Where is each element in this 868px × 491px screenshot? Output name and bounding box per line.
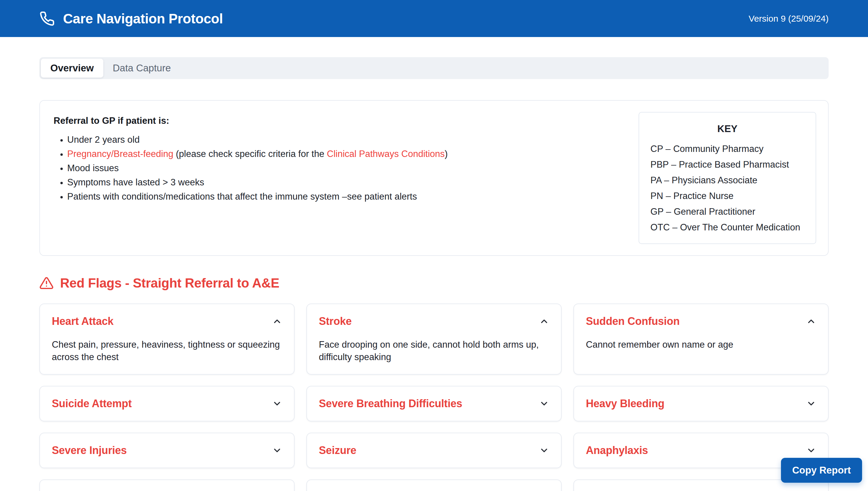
referral-item-text: ) bbox=[445, 149, 448, 159]
key-item: PA – Physicians Associate bbox=[650, 172, 804, 188]
referral-item-text: (please check specific criteria for the bbox=[173, 149, 327, 159]
red-flag-cards-grid: Heart AttackChest pain, pressure, heavin… bbox=[39, 304, 829, 491]
key-item: GP – General Practitioner bbox=[650, 204, 804, 220]
key-list: CP – Community PharmacyPBP – Practice Ba… bbox=[650, 141, 804, 235]
referral-item: Under 2 years old bbox=[67, 133, 448, 147]
key-title: KEY bbox=[650, 123, 804, 135]
referral-item: Mood issues bbox=[67, 161, 448, 175]
condition-title: Anaphylaxis bbox=[586, 444, 648, 457]
condition-card-severe-injuries: Severe Injuries bbox=[39, 433, 295, 468]
chevron-down-icon bbox=[272, 445, 282, 456]
condition-card-severe-breathing-difficulties: Severe Breathing Difficulties bbox=[306, 386, 562, 422]
condition-title: Stroke bbox=[319, 315, 352, 328]
version-label: Version 9 (25/09/24) bbox=[749, 13, 829, 24]
referral-item: Patients with conditions/medications tha… bbox=[67, 190, 448, 204]
condition-card-header-anaphylaxis[interactable]: Anaphylaxis bbox=[586, 444, 816, 457]
condition-card-header-severe-injuries[interactable]: Severe Injuries bbox=[52, 444, 282, 457]
condition-card-header-heart-attack[interactable]: Heart Attack bbox=[52, 315, 282, 328]
tab-data-capture[interactable]: Data Capture bbox=[103, 59, 180, 78]
key-box: KEY CP – Community PharmacyPBP – Practic… bbox=[638, 112, 816, 244]
referral-item: Pregnancy/Breast-feeding (please check s… bbox=[67, 147, 448, 161]
referral-item-text: Mood issues bbox=[67, 163, 119, 173]
copy-report-button[interactable]: Copy Report bbox=[781, 458, 862, 483]
referral-item-text: Patients with conditions/medications tha… bbox=[67, 191, 417, 202]
condition-card-sudden-confusion: Sudden ConfusionCannot remember own name… bbox=[573, 304, 829, 375]
condition-card-sepsis-in-baby-or-young-child: SEPSIS in Baby or Young Child bbox=[306, 480, 562, 491]
condition-card-stroke: StrokeFace drooping on one side, cannot … bbox=[306, 304, 562, 375]
condition-card-meningitis: Meningitis bbox=[39, 480, 295, 491]
condition-description: Face drooping on one side, cannot hold b… bbox=[319, 339, 549, 364]
condition-card-header-seizure[interactable]: Seizure bbox=[319, 444, 549, 457]
page-title: Care Navigation Protocol bbox=[63, 11, 223, 27]
condition-card-header-severe-breathing-difficulties[interactable]: Severe Breathing Difficulties bbox=[319, 397, 549, 410]
tab-bar: OverviewData Capture bbox=[39, 57, 829, 79]
condition-card-header-sudden-confusion[interactable]: Sudden Confusion bbox=[586, 315, 816, 328]
warning-triangle-icon bbox=[39, 276, 54, 290]
chevron-up-icon bbox=[272, 316, 282, 326]
chevron-down-icon bbox=[272, 399, 282, 409]
main-content: OverviewData Capture Referral to GP if p… bbox=[0, 57, 868, 491]
chevron-down-icon bbox=[806, 445, 816, 456]
condition-card-header-stroke[interactable]: Stroke bbox=[319, 315, 549, 328]
referral-item-text: Symptoms have lasted > 3 weeks bbox=[67, 177, 204, 187]
condition-title: Seizure bbox=[319, 444, 356, 457]
tab-overview[interactable]: Overview bbox=[41, 59, 103, 78]
key-item: PN – Practice Nurse bbox=[650, 188, 804, 204]
condition-card-heart-attack: Heart AttackChest pain, pressure, heavin… bbox=[39, 304, 295, 375]
condition-title: Severe Injuries bbox=[52, 444, 127, 457]
condition-title: Heart Attack bbox=[52, 315, 113, 328]
pregnancy-emphasis: Pregnancy/Breast-feeding bbox=[67, 149, 173, 159]
clinical-pathways-link[interactable]: Clinical Pathways Conditions bbox=[327, 149, 445, 159]
referral-heading: Referral to GP if patient is: bbox=[54, 115, 448, 126]
app-header: Care Navigation Protocol Version 9 (25/0… bbox=[0, 0, 868, 37]
condition-description: Chest pain, pressure, heaviness, tightne… bbox=[52, 339, 282, 364]
condition-card-heavy-bleeding: Heavy Bleeding bbox=[573, 386, 829, 422]
condition-description: Cannot remember own name or age bbox=[586, 339, 816, 351]
phone-icon bbox=[39, 11, 55, 26]
condition-title: Suicide Attempt bbox=[52, 397, 132, 410]
red-flags-heading: Red Flags - Straight Referral to A&E bbox=[39, 276, 829, 290]
referral-item: Symptoms have lasted > 3 weeks bbox=[67, 175, 448, 190]
condition-title: Heavy Bleeding bbox=[586, 397, 664, 410]
condition-card-header-heavy-bleeding[interactable]: Heavy Bleeding bbox=[586, 397, 816, 410]
chevron-up-icon bbox=[806, 316, 816, 326]
key-item: OTC – Over The Counter Medication bbox=[650, 220, 804, 235]
chevron-up-icon bbox=[539, 316, 549, 326]
referral-panel: Referral to GP if patient is: Under 2 ye… bbox=[39, 100, 829, 256]
key-item: CP – Community Pharmacy bbox=[650, 141, 804, 157]
condition-card-suicide-attempt: Suicide Attempt bbox=[39, 386, 295, 422]
chevron-down-icon bbox=[539, 399, 549, 409]
condition-card-header-suicide-attempt[interactable]: Suicide Attempt bbox=[52, 397, 282, 410]
red-flags-heading-text: Red Flags - Straight Referral to A&E bbox=[60, 276, 279, 290]
chevron-down-icon bbox=[806, 399, 816, 409]
referral-list: Under 2 years oldPregnancy/Breast-feedin… bbox=[52, 133, 448, 204]
chevron-down-icon bbox=[539, 445, 549, 456]
referral-item-text: Under 2 years old bbox=[67, 135, 140, 145]
condition-title: Sudden Confusion bbox=[586, 315, 680, 328]
referral-criteria: Referral to GP if patient is: Under 2 ye… bbox=[52, 112, 448, 244]
key-item: PBP – Practice Based Pharmacist bbox=[650, 157, 804, 172]
condition-card-seizure: Seizure bbox=[306, 433, 562, 468]
condition-title: Severe Breathing Difficulties bbox=[319, 397, 462, 410]
